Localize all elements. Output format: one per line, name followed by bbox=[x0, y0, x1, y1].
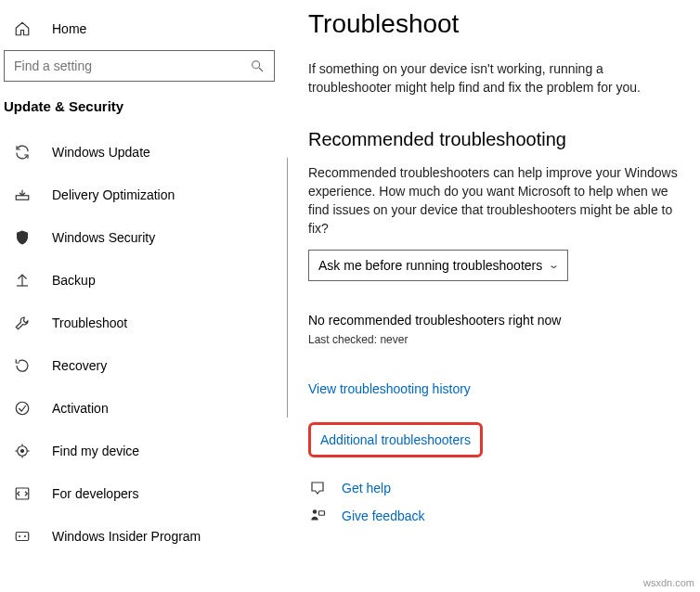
chevron-down-icon: ⌄ bbox=[548, 259, 560, 271]
intro-text: If something on your device isn't workin… bbox=[308, 59, 689, 97]
section-title: Recommended troubleshooting bbox=[308, 129, 689, 150]
sidebar-item-label: Windows Security bbox=[52, 230, 155, 245]
sidebar: Home Update & Security Windows Update De… bbox=[0, 0, 288, 592]
svg-point-0 bbox=[253, 61, 260, 69]
give-feedback-row[interactable]: Give feedback bbox=[308, 508, 689, 524]
sidebar-item-label: Recovery bbox=[52, 358, 107, 373]
sidebar-item-label: Activation bbox=[52, 401, 109, 416]
home-icon bbox=[11, 20, 33, 37]
svg-point-15 bbox=[24, 535, 26, 537]
recovery-icon bbox=[11, 357, 33, 374]
sidebar-item-label: For developers bbox=[52, 486, 138, 501]
link-additional-troubleshooters[interactable]: Additional troubleshooters bbox=[320, 432, 471, 447]
backup-icon bbox=[11, 272, 33, 289]
sidebar-item-label: Troubleshoot bbox=[52, 315, 127, 330]
sidebar-item-label: Windows Update bbox=[52, 145, 150, 160]
sidebar-item-insider[interactable]: Windows Insider Program bbox=[0, 515, 288, 558]
developers-icon bbox=[11, 485, 33, 502]
sidebar-item-label: Delivery Optimization bbox=[52, 187, 175, 202]
search-box[interactable] bbox=[4, 50, 275, 82]
sidebar-item-windows-update[interactable]: Windows Update bbox=[0, 131, 288, 174]
category-title: Update & Security bbox=[4, 98, 288, 114]
main-content: Troubleshoot If something on your device… bbox=[288, 0, 700, 592]
chat-icon bbox=[308, 480, 327, 496]
last-checked: Last checked: never bbox=[308, 333, 689, 346]
delivery-icon bbox=[11, 187, 33, 203]
svg-rect-13 bbox=[16, 533, 29, 541]
location-icon bbox=[11, 443, 33, 459]
sidebar-home-label: Home bbox=[52, 21, 86, 36]
sidebar-item-label: Windows Insider Program bbox=[52, 529, 201, 544]
sidebar-item-backup[interactable]: Backup bbox=[0, 259, 288, 302]
get-help-row[interactable]: Get help bbox=[308, 480, 689, 496]
sync-icon bbox=[11, 144, 33, 161]
svg-point-14 bbox=[19, 535, 20, 537]
sidebar-home[interactable]: Home bbox=[0, 13, 288, 50]
wrench-icon bbox=[11, 315, 33, 331]
link-get-help[interactable]: Get help bbox=[342, 481, 391, 495]
shield-icon bbox=[11, 229, 33, 246]
feedback-icon bbox=[308, 508, 327, 524]
sidebar-item-windows-security[interactable]: Windows Security bbox=[0, 216, 288, 259]
page-title: Troubleshoot bbox=[308, 9, 689, 39]
sidebar-item-label: Find my device bbox=[52, 444, 139, 458]
search-icon bbox=[250, 58, 265, 73]
dropdown-value: Ask me before running troubleshooters bbox=[318, 258, 542, 273]
sidebar-item-label: Backup bbox=[52, 273, 96, 288]
sidebar-item-find-my-device[interactable]: Find my device bbox=[0, 430, 288, 472]
sidebar-item-recovery[interactable]: Recovery bbox=[0, 344, 288, 387]
status-text: No recommended troubleshooters right now bbox=[308, 313, 689, 328]
sidebar-item-troubleshoot[interactable]: Troubleshoot bbox=[0, 302, 288, 344]
sidebar-item-delivery-optimization[interactable]: Delivery Optimization bbox=[0, 174, 288, 216]
sidebar-item-for-developers[interactable]: For developers bbox=[0, 472, 288, 515]
svg-point-11 bbox=[21, 450, 24, 453]
watermark: wsxdn.com bbox=[643, 577, 694, 588]
link-give-feedback[interactable]: Give feedback bbox=[342, 508, 425, 523]
link-troubleshooting-history[interactable]: View troubleshooting history bbox=[308, 381, 689, 396]
search-input[interactable] bbox=[14, 58, 250, 73]
highlight-annotation: Additional troubleshooters bbox=[308, 422, 483, 457]
svg-line-1 bbox=[259, 68, 263, 71]
insider-icon bbox=[11, 528, 33, 545]
troubleshoot-mode-dropdown[interactable]: Ask me before running troubleshooters ⌄ bbox=[308, 250, 568, 281]
section-text: Recommended troubleshooters can help imp… bbox=[308, 163, 689, 238]
svg-point-16 bbox=[313, 509, 318, 514]
svg-rect-17 bbox=[319, 511, 325, 516]
sidebar-item-activation[interactable]: Activation bbox=[0, 387, 288, 430]
check-circle-icon bbox=[11, 400, 33, 417]
svg-point-5 bbox=[16, 402, 29, 415]
